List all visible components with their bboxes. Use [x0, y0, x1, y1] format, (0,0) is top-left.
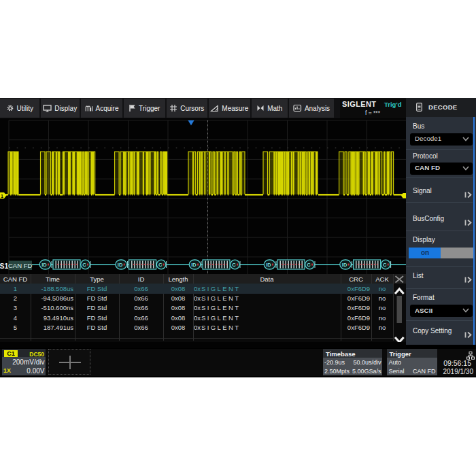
svg-text:C: C	[82, 262, 86, 268]
svg-text:1: 1	[1, 194, 3, 199]
svg-text:ID: ID	[118, 262, 123, 268]
svg-text:C: C	[158, 262, 163, 268]
svg-text:ID: ID	[266, 262, 271, 268]
svg-text:ID: ID	[342, 262, 347, 268]
svg-text:C: C	[383, 262, 387, 268]
svg-text:ID: ID	[191, 262, 197, 268]
svg-text:C: C	[307, 262, 311, 268]
svg-text:C: C	[232, 262, 236, 268]
svg-text:S1: S1	[0, 262, 9, 270]
svg-text:ID: ID	[41, 262, 47, 268]
svg-text:CAN FD: CAN FD	[8, 262, 33, 269]
